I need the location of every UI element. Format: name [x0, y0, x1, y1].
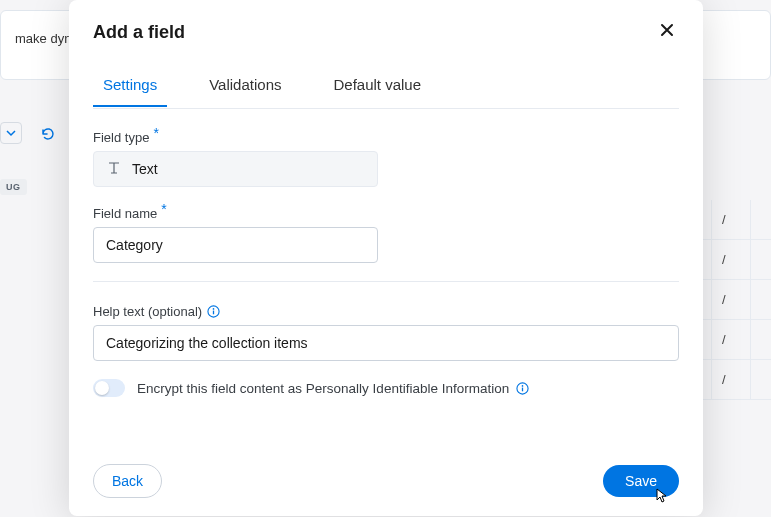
- help-text-label-text: Help text (optional): [93, 304, 202, 319]
- field-type-group: Field type * Text: [93, 129, 679, 187]
- tab-default-value[interactable]: Default value: [323, 68, 431, 107]
- chevron-down-icon: [6, 128, 16, 138]
- close-icon: [659, 22, 675, 38]
- info-icon[interactable]: [206, 305, 220, 319]
- mouse-cursor-icon: [655, 488, 669, 507]
- encrypt-label: Encrypt this field content as Personally…: [137, 381, 529, 396]
- text-type-icon: [106, 160, 122, 179]
- svg-point-1: [212, 308, 214, 310]
- field-type-label-text: Field type: [93, 130, 149, 145]
- back-button[interactable]: Back: [93, 464, 162, 498]
- refresh-icon: [40, 126, 56, 142]
- field-name-label-text: Field name: [93, 206, 157, 221]
- divider: [93, 281, 679, 282]
- svg-point-4: [521, 385, 523, 387]
- field-type-label: Field type *: [93, 129, 679, 145]
- tab-settings[interactable]: Settings: [93, 68, 167, 107]
- help-text-label: Help text (optional): [93, 304, 679, 319]
- required-indicator: *: [153, 125, 158, 141]
- background-dropdown[interactable]: [0, 122, 22, 144]
- modal-body: Field type * Text Field name * Help text…: [69, 109, 703, 448]
- required-indicator: *: [161, 201, 166, 217]
- add-field-modal: Add a field Settings Validations Default…: [69, 0, 703, 516]
- modal-header: Add a field: [69, 0, 703, 46]
- field-type-value: Text: [132, 161, 158, 177]
- field-name-label: Field name *: [93, 205, 679, 221]
- modal-tabs: Settings Validations Default value: [69, 68, 703, 108]
- info-icon[interactable]: [515, 381, 529, 395]
- background-refresh-button[interactable]: [40, 126, 56, 146]
- field-name-input[interactable]: [93, 227, 378, 263]
- close-button[interactable]: [655, 18, 679, 46]
- modal-footer: Back Save: [69, 448, 703, 516]
- field-name-group: Field name *: [93, 205, 679, 263]
- encrypt-label-text: Encrypt this field content as Personally…: [137, 381, 509, 396]
- encrypt-toggle[interactable]: [93, 379, 125, 397]
- modal-title: Add a field: [93, 22, 185, 43]
- tab-validations[interactable]: Validations: [199, 68, 291, 107]
- save-button-label: Save: [625, 473, 657, 489]
- encrypt-row: Encrypt this field content as Personally…: [93, 379, 679, 397]
- help-text-input[interactable]: [93, 325, 679, 361]
- svg-rect-5: [522, 387, 523, 391]
- svg-rect-2: [212, 311, 213, 315]
- field-type-selector[interactable]: Text: [93, 151, 378, 187]
- help-text-group: Help text (optional): [93, 304, 679, 361]
- save-button[interactable]: Save: [603, 465, 679, 497]
- background-slug-badge: UG: [0, 179, 27, 195]
